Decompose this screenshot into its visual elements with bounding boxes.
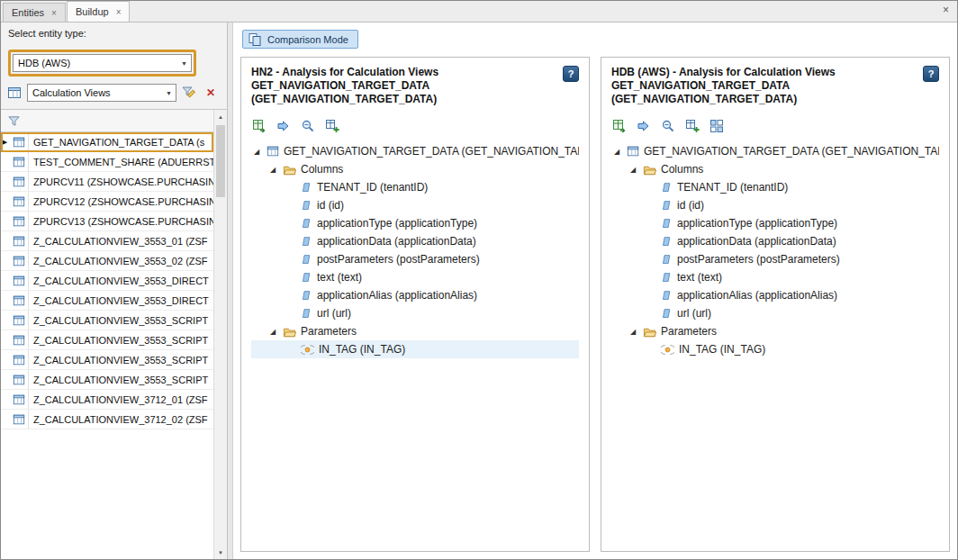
tree-node-label: IN_TAG (IN_TAG) [319,343,405,356]
entity-sidebar: Select entity type: HDB (AWS) ▼ Calculat… [1,23,228,559]
list-item[interactable]: Z_CALCULATIONVIEW_3553_SCRIPT [1,330,213,350]
tree-node-label: applicationAlias (applicationAlias) [677,289,837,302]
calc-view-icon [13,215,25,228]
expand-arrow-icon[interactable]: ◢ [630,328,638,336]
tree-node-label: id (id) [677,199,704,212]
list-item[interactable]: Z_CALCULATIONVIEW_3712_01 (ZSF [1,390,213,410]
expand-arrow-icon[interactable]: ◢ [270,166,278,174]
calc-view-icon [627,145,639,158]
tree-node-label: TENANT_ID (tenantID) [677,181,788,194]
tree-node-root[interactable]: ◢ GET_NAVIGATION_TARGET_DATA (GET_NAVIGA… [611,142,939,160]
add-grid-button[interactable] [324,118,340,134]
list-item[interactable]: Z_CALCULATIONVIEW_3553_SCRIPT [1,311,213,330]
expand-arrow-icon[interactable]: ◢ [254,148,262,156]
zoom-button[interactable] [660,118,676,134]
list-item[interactable]: ZPURCV12 (ZSHOWCASE.PURCHASIN [1,192,213,212]
list-item-label: Z_CALCULATIONVIEW_3712_02 (ZSF [29,414,213,425]
tree-node-column[interactable]: applicationData (applicationData) [251,232,579,250]
parameter-icon [301,344,314,356]
list-item[interactable]: ▶ GET_NAVIGATION_TARGET_DATA (s [1,132,213,152]
scroll-up-icon[interactable]: ▲ [214,110,227,123]
compare-layout-button[interactable] [709,118,725,134]
list-item[interactable]: ZPURCV13 (ZSHOWCASE.PURCHASIN [1,212,213,231]
tree-node-column[interactable]: TENANT_ID (tenantID) [611,178,939,196]
tree-node-column[interactable]: text (text) [251,268,579,286]
list-item[interactable]: ZPURCV11 (ZSHOWCASE.PURCHASIN [1,172,213,192]
add-grid-button[interactable] [684,118,700,134]
export-button[interactable] [611,118,628,134]
transfer-button[interactable] [636,118,652,134]
comparison-mode-button[interactable]: Comparison Mode [242,30,358,49]
list-item-label: Z_CALCULATIONVIEW_3553_DIRECT [29,295,213,306]
column-icon [661,308,673,320]
tree-node-columns[interactable]: ◢ Columns [611,160,939,178]
tree-node-parameter[interactable]: IN_TAG (IN_TAG) [611,340,939,358]
column-icon [301,218,312,230]
calc-view-icon [13,235,25,248]
tree-node-column[interactable]: applicationAlias (applicationAlias) [251,286,579,304]
column-icon [661,272,673,284]
list-item[interactable]: Z_CALCULATIONVIEW_3553_DIRECT [1,291,213,311]
tree-node-column[interactable]: text (text) [611,268,939,286]
list-item[interactable]: TEST_COMMENT_SHARE (ADUERRST [1,152,213,172]
list-item-label: Z_CALCULATIONVIEW_3553_SCRIPT [29,335,213,346]
tree-node-column[interactable]: applicationType (applicationType) [611,214,939,232]
tree-node-column[interactable]: applicationAlias (applicationAlias) [611,286,939,304]
column-icon [661,254,673,266]
app-window: Entities × Buildup × × Select entity typ… [0,0,958,560]
tree-node-label: url (url) [317,307,351,320]
list-item[interactable]: Z_CALCULATIONVIEW_3553_SCRIPT [1,350,213,370]
tree-node-column[interactable]: postParameters (postParameters) [611,250,939,268]
grid-layout-icon [709,119,724,133]
panel-right: HDB (AWS) - Analysis for Calculation Vie… [601,57,950,552]
tree-node-root[interactable]: ◢ GET_NAVIGATION_TARGET_DATA (GET_NAVIGA… [251,142,579,160]
column-icon [661,200,673,212]
scroll-down-icon[interactable]: ▼ [214,546,227,559]
entity-list-filter-header[interactable] [1,110,213,132]
tree-node-parameters[interactable]: ◢ Parameters [251,322,579,340]
tree-node-label: Columns [301,163,343,176]
tree-node-parameter[interactable]: IN_TAG (IN_TAG) [251,340,579,358]
arrow-right-icon [276,119,291,133]
tree-node-column[interactable]: url (url) [251,304,579,322]
entity-type-highlight-box: HDB (AWS) ▼ [8,50,196,77]
entity-type-dropdown[interactable]: HDB (AWS) ▼ [13,54,192,72]
tree-node-column[interactable]: TENANT_ID (tenantID) [251,178,579,196]
tree-node-column[interactable]: url (url) [611,304,939,322]
tree-node-column[interactable]: id (id) [251,196,579,214]
table-plus-icon [325,119,339,133]
scrollbar-thumb[interactable] [216,125,225,197]
list-item[interactable]: Z_CALCULATIONVIEW_3553_SCRIPT [1,370,213,390]
export-button[interactable] [251,118,267,134]
expand-arrow-icon[interactable]: ◢ [270,328,278,336]
expand-arrow-icon[interactable]: ◢ [614,148,622,156]
list-item[interactable]: Z_CALCULATIONVIEW_3712_02 (ZSF [1,410,213,429]
tree-node-parameters[interactable]: ◢ Parameters [611,322,939,340]
tree-node-label: text (text) [677,271,722,284]
entity-list-scrollbar[interactable]: ▲ ▼ [213,110,227,559]
tree-node-column[interactable]: applicationType (applicationType) [251,214,579,232]
list-item[interactable]: Z_CALCULATIONVIEW_3553_02 (ZSF [1,251,213,271]
zoom-button[interactable] [300,118,316,134]
list-item-label: Z_CALCULATIONVIEW_3712_01 (ZSF [29,394,213,405]
tree-node-column[interactable]: id (id) [611,196,939,214]
help-icon[interactable]: ? [923,66,939,82]
window-close-icon[interactable]: × [943,5,949,15]
tab-buildup-close-icon[interactable]: × [116,7,122,17]
expand-arrow-icon[interactable]: ◢ [630,166,638,174]
edit-filter-button[interactable] [180,84,198,102]
list-item[interactable]: Z_CALCULATIONVIEW_3553_DIRECT [1,271,213,291]
tab-entities-close-icon[interactable]: × [51,8,57,18]
tab-entities[interactable]: Entities × [3,3,66,22]
tree-node-column[interactable]: applicationData (applicationData) [611,232,939,250]
tree-node-columns[interactable]: ◢ Columns [251,160,579,178]
transfer-button[interactable] [276,118,292,134]
tab-buildup[interactable]: Buildup × [67,1,131,22]
list-item-label: Z_CALCULATIONVIEW_3553_DIRECT [29,275,213,286]
view-filter-dropdown[interactable]: Calculation Views ▼ [27,84,176,102]
list-item-label: ZPURCV13 (ZSHOWCASE.PURCHASIN [29,216,213,227]
tree-node-column[interactable]: postParameters (postParameters) [251,250,579,268]
clear-filter-button[interactable]: ✕ [202,84,220,102]
list-item[interactable]: Z_CALCULATIONVIEW_3553_01 (ZSF [1,231,213,251]
help-icon[interactable]: ? [563,66,579,82]
